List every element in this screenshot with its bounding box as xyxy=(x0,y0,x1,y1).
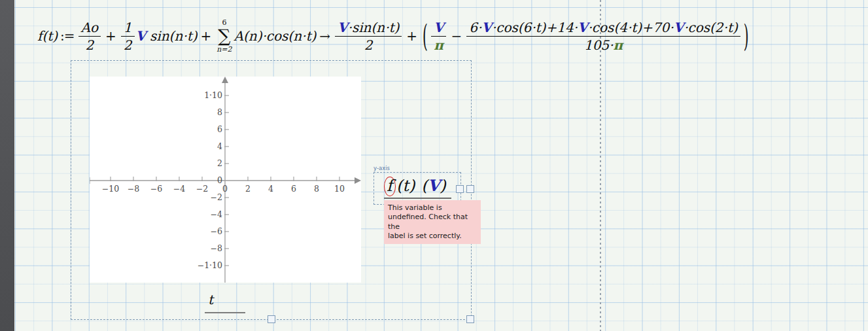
mathcad-screen: f(t):= Ao2 + 12 V sin(n·t) + 6 ∑ n=2 A(n… xyxy=(0,0,868,331)
y-tick-label: 2 xyxy=(217,158,222,168)
y-axis-tag: y-axis xyxy=(373,165,390,171)
open-paren: ( xyxy=(423,18,428,54)
assign-operator: := xyxy=(60,28,75,44)
plot-axes: −10 −8 −6 −4 −2 0 2 4 6 8 10 1·10 8 6 4 … xyxy=(90,77,361,283)
fraction-vsin-over-2: V·sin(n·t)2 xyxy=(335,20,402,53)
y-tick-label: −4 xyxy=(211,209,222,219)
plot-area[interactable]: −10 −8 −6 −4 −2 0 2 4 6 8 10 1·10 8 6 4 … xyxy=(90,77,361,283)
y-axis-label-underline xyxy=(384,198,451,199)
x-tick-label: −6 xyxy=(150,184,162,194)
y-tick-label: 8 xyxy=(217,107,222,117)
fraction-ao-over-2: Ao2 xyxy=(78,20,101,53)
plot-corner-resize-handle[interactable] xyxy=(466,315,474,323)
summation-argument: A(n)·cos(n·t) xyxy=(234,28,317,44)
unit-variable-v: V xyxy=(428,176,440,195)
y-tick-label: −1·10 xyxy=(198,260,222,270)
x-axis-label-underline xyxy=(205,312,245,313)
y-tick-label: −2 xyxy=(211,192,222,202)
plus-operator: + xyxy=(200,28,211,44)
variable-v: V xyxy=(136,28,147,44)
x-tick-label: 8 xyxy=(314,184,319,194)
y-tick-label: 6 xyxy=(217,124,222,134)
x-tick-label: −4 xyxy=(173,184,185,194)
y-tick-label: 4 xyxy=(217,141,222,151)
minus-operator: − xyxy=(451,28,462,44)
y-axis-arrow-icon xyxy=(222,77,228,83)
x-tick-label: 6 xyxy=(291,184,296,194)
fraction-one-half: 12 xyxy=(121,20,135,53)
x-axis-arrow-icon xyxy=(355,177,361,184)
fraction-v-over-pi: Vπ xyxy=(431,20,447,53)
plot-right-resize-handle[interactable] xyxy=(466,185,474,193)
plus-operator: + xyxy=(406,28,417,44)
window-edge xyxy=(0,0,14,331)
function-lhs: f(t) xyxy=(37,28,58,44)
summation-operator: 6 ∑ n=2 xyxy=(217,19,232,53)
x-tick-label: −2 xyxy=(196,184,208,194)
y-tick-label: −8 xyxy=(211,243,222,253)
plot-bottom-resize-handle[interactable] xyxy=(268,315,275,323)
x-tick-label: −10 xyxy=(102,184,119,194)
x-tick-label: 10 xyxy=(334,184,345,194)
y-tick-label: 1·10 xyxy=(204,90,222,100)
sin-term: sin(n·t) xyxy=(150,28,197,44)
error-tooltip: This variable is undefined. Check that t… xyxy=(384,200,481,244)
y-tick-label: 0 xyxy=(217,175,222,185)
y-tick-label: −6 xyxy=(211,226,222,236)
y-axis-label-expression[interactable]: f(t)(V) xyxy=(384,176,446,196)
x-tick-label: 4 xyxy=(268,184,273,194)
undefined-variable-error-marker: f xyxy=(384,177,396,196)
x-tick-label: 0 xyxy=(222,184,228,194)
x-tick-label: 2 xyxy=(245,184,251,194)
close-paren: ) xyxy=(744,18,749,54)
x-tick-label: −8 xyxy=(128,184,139,194)
x-axis-label[interactable]: t xyxy=(208,292,213,307)
symbolic-arrow: → xyxy=(319,28,330,44)
plus-operator: + xyxy=(105,28,116,44)
worksheet-canvas[interactable]: f(t):= Ao2 + 12 V sin(n·t) + 6 ∑ n=2 A(n… xyxy=(14,0,868,331)
y-axis-label-resize-handle[interactable] xyxy=(456,185,464,193)
fraction-cos-terms: 6·V·cos(6·t)+14·V·cos(4·t)+70·V·cos(2·t)… xyxy=(466,20,740,53)
math-region-equation[interactable]: f(t):= Ao2 + 12 V sin(n·t) + 6 ∑ n=2 A(n… xyxy=(37,19,751,53)
sigma-glyph: ∑ xyxy=(218,26,230,46)
